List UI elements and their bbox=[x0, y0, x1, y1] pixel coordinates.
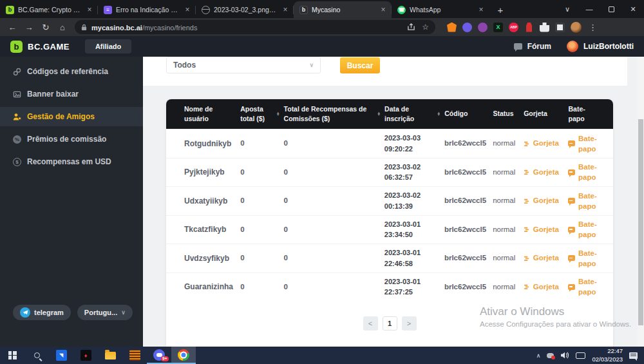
tab-png-image[interactable]: 2023-03-02_3.png (1024×76 × bbox=[196, 1, 294, 18]
cell-signup-date: 2023-03-0309:20:22 bbox=[384, 133, 444, 154]
search-button[interactable]: Buscar bbox=[340, 57, 380, 73]
tray-expand-icon[interactable]: ∧ bbox=[536, 352, 541, 359]
chat-link[interactable]: Bate-papo bbox=[578, 248, 600, 269]
tab-bcgame-home[interactable]: b BC.Game: Crypto Casino Gan × bbox=[0, 1, 98, 18]
tab-search-icon[interactable]: ∨ bbox=[556, 0, 578, 18]
sidebar-item-commission-rewards[interactable]: % Prêmios de comissão bbox=[0, 129, 143, 149]
affiliate-nav-button[interactable]: Afiliado bbox=[85, 39, 131, 53]
clock-date: 02/03/2023 bbox=[592, 356, 623, 363]
tab-mycasino-active[interactable]: b Mycasino × bbox=[294, 1, 392, 18]
taskbar-amd-app[interactable]: ◥ bbox=[49, 347, 73, 364]
tip-link[interactable]: Gorjeta bbox=[533, 167, 559, 178]
browser-menu-icon[interactable]: ⋮ bbox=[587, 23, 598, 32]
cell-signup-date: 2023-03-0122:46:58 bbox=[384, 247, 444, 269]
sidebar-item-banner-download[interactable]: Banner baixar bbox=[0, 84, 143, 104]
taskbar-chrome-app[interactable] bbox=[171, 347, 196, 364]
extensions-puzzle-icon[interactable] bbox=[540, 23, 549, 32]
sort-icon[interactable]: ▲▼ bbox=[276, 112, 280, 117]
forward-icon[interactable]: → bbox=[22, 20, 36, 34]
tip-coin-icon bbox=[524, 283, 530, 290]
keyboard-icon[interactable] bbox=[576, 352, 585, 359]
bookmark-star-icon[interactable]: ☆ bbox=[422, 23, 429, 32]
x-green-extension-icon[interactable]: X bbox=[493, 23, 503, 32]
chat-link[interactable]: Bate-papo bbox=[578, 191, 600, 211]
tab-close-icon[interactable]: × bbox=[281, 5, 290, 14]
user-avatar[interactable] bbox=[567, 41, 578, 52]
col-bet-total[interactable]: Aposta total ($) ▲▼ bbox=[240, 104, 283, 124]
col-signup-date[interactable]: Data de inscrição ▲▼ bbox=[384, 104, 444, 124]
taskbar-discord-app[interactable]: 9+ bbox=[147, 347, 171, 364]
tab-close-icon[interactable]: × bbox=[183, 5, 192, 14]
percent-icon: % bbox=[13, 135, 21, 144]
taskbar-striped-app[interactable] bbox=[122, 347, 147, 364]
table-row: Pyjktejikyb 0 0 2023-03-0206:32:57 brlc6… bbox=[166, 158, 613, 187]
current-page[interactable]: 1 bbox=[383, 316, 397, 330]
main-content: Todos ∨ Buscar Nome de usuário Aposta to… bbox=[143, 57, 644, 347]
adblock-plus-extension-icon[interactable]: ABP bbox=[509, 23, 518, 32]
chat-link[interactable]: Bate-papo bbox=[578, 219, 600, 240]
tab-close-icon[interactable]: × bbox=[477, 5, 486, 14]
chat-link[interactable]: Bate-papo bbox=[578, 276, 600, 297]
purple-extension-icon[interactable] bbox=[462, 23, 472, 32]
minimize-button[interactable]: — bbox=[578, 0, 600, 18]
sidebar-item-referral-codes[interactable]: Códigos de referência bbox=[0, 62, 143, 81]
volume-icon[interactable] bbox=[560, 352, 569, 359]
notification-count-badge: 9+ bbox=[161, 356, 169, 362]
tip-coin-icon bbox=[524, 140, 530, 147]
cell-signup-date: 2023-03-0122:37:25 bbox=[384, 276, 444, 298]
sort-icon[interactable]: ▲▼ bbox=[377, 112, 381, 117]
telegram-button[interactable]: telegram bbox=[13, 305, 71, 320]
tab-close-icon[interactable]: × bbox=[85, 5, 94, 14]
browser-profile-avatar[interactable] bbox=[571, 22, 582, 33]
sidebar-item-usd-rewards[interactable]: $ Recompensas em USD bbox=[0, 152, 143, 171]
cell-bet-total: 0 bbox=[240, 282, 283, 292]
chat-bubble-icon bbox=[568, 198, 575, 204]
restore-button[interactable] bbox=[600, 0, 622, 18]
sidebar-item-label: Recompensas em USD bbox=[27, 157, 111, 166]
taskbar-file-explorer[interactable] bbox=[98, 347, 122, 364]
reload-icon[interactable]: ↻ bbox=[39, 20, 53, 34]
tip-link[interactable]: Gorjeta bbox=[533, 224, 559, 235]
close-button[interactable]: ✕ bbox=[622, 0, 644, 18]
new-tab-button[interactable]: + bbox=[492, 1, 509, 18]
tab-whatsapp[interactable]: ☎ WhatsApp × bbox=[392, 1, 489, 18]
tip-link[interactable]: Gorjeta bbox=[533, 195, 559, 206]
tab-erro-indicacao[interactable]: ≡ Erro na Indicação - BC.Game × bbox=[98, 1, 196, 18]
chat-link[interactable]: Bate-papo bbox=[578, 162, 600, 182]
brand-name[interactable]: BC.GAME bbox=[28, 42, 70, 52]
share-icon[interactable] bbox=[407, 23, 415, 31]
chat-link[interactable]: Bate-papo bbox=[578, 133, 600, 154]
tab-close-icon[interactable]: × bbox=[379, 5, 388, 14]
friend-type-select[interactable]: Todos ∨ bbox=[166, 57, 321, 73]
recording-tray-icon[interactable] bbox=[547, 353, 554, 358]
scrollbar-thumb[interactable] bbox=[638, 119, 643, 325]
tip-link[interactable]: Gorjeta bbox=[533, 138, 559, 149]
square-extension-icon[interactable] bbox=[555, 23, 565, 32]
sidebar-item-friends-management[interactable]: Gestão de Amigos bbox=[0, 107, 143, 126]
metamask-extension-icon[interactable] bbox=[447, 23, 457, 32]
taskbar-clock[interactable]: 22:47 02/03/2023 bbox=[592, 347, 623, 363]
page-scrollbar[interactable] bbox=[638, 57, 644, 347]
tip-link[interactable]: Gorjeta bbox=[533, 253, 559, 263]
address-bar[interactable]: mycasino.bc.ai/mycasino/friends ☆ bbox=[75, 20, 435, 34]
forum-link[interactable]: Fórum bbox=[527, 42, 551, 51]
next-page-button[interactable]: > bbox=[402, 316, 417, 330]
chevron-down-icon: ∨ bbox=[121, 309, 126, 316]
bcgame-logo-icon[interactable]: b bbox=[10, 41, 23, 53]
home-icon[interactable]: ⌂ bbox=[55, 20, 70, 34]
table-row: Uvdzsyfikyb 0 0 2023-03-0122:46:58 brlc6… bbox=[166, 244, 613, 273]
start-button[interactable] bbox=[0, 347, 24, 364]
language-selector[interactable]: Portugu... ∨ bbox=[77, 305, 133, 320]
tip-link[interactable]: Gorjeta bbox=[533, 282, 559, 292]
sort-icon[interactable]: ▲▼ bbox=[437, 112, 440, 117]
taskbar-search-button[interactable] bbox=[24, 347, 49, 364]
col-commission-total[interactable]: Total de Recompensas de Comissões ($) ▲▼ bbox=[284, 104, 385, 124]
username-label[interactable]: LuizBortolotti bbox=[583, 42, 634, 51]
red-hand-extension-icon[interactable] bbox=[524, 23, 534, 32]
action-center-icon[interactable] bbox=[629, 352, 638, 359]
violet-extension-icon[interactable] bbox=[478, 23, 488, 32]
taskbar-game-app[interactable]: ♦ bbox=[73, 347, 98, 364]
window-controls: ∨ — ✕ bbox=[556, 0, 644, 18]
back-icon[interactable]: ← bbox=[5, 20, 19, 34]
prev-page-button[interactable]: < bbox=[363, 316, 378, 330]
